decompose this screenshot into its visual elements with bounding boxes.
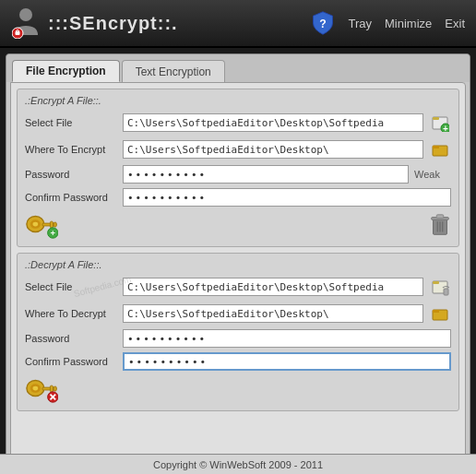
encrypt-confirm-label: Confirm Password [25, 192, 117, 203]
decrypt-where-row: Where To Decrypt [25, 302, 451, 325]
decrypt-where-input[interactable] [123, 304, 423, 323]
svg-point-0 [19, 8, 32, 21]
encrypt-where-label: Where To Encrypt [25, 144, 117, 155]
footer: Copyright © WinWebSoft 2009 - 2011 [0, 454, 476, 474]
encrypt-password-label: Password [25, 169, 117, 180]
decrypt-confirm-row: Confirm Password [25, 352, 451, 371]
svg-rect-14 [50, 221, 53, 228]
svg-rect-26 [444, 289, 448, 295]
svg-text:+: + [51, 228, 56, 238]
shield-icon: ? [310, 10, 336, 36]
decrypt-password-label: Password [25, 333, 117, 344]
file-encryption-panel: .:Encrypt A File::. Select File + Where … [10, 82, 466, 462]
decrypt-section-title: .:Decrypt A File::. [25, 259, 451, 270]
svg-rect-34 [54, 386, 56, 391]
svg-rect-33 [50, 385, 53, 392]
app-icon [11, 8, 41, 38]
decrypt-confirm-input[interactable] [123, 352, 451, 371]
svg-rect-2 [16, 31, 20, 35]
decrypt-select-file-label: Select File [25, 281, 117, 292]
svg-text:?: ? [319, 18, 326, 30]
svg-rect-15 [54, 222, 56, 227]
copyright-text: Copyright © WinWebSoft 2009 - 2011 [153, 459, 323, 470]
encrypt-select-file-button[interactable]: + [429, 112, 451, 134]
encrypt-select-file-label: Select File [25, 117, 117, 128]
minimize-button[interactable]: Minimize [385, 17, 432, 30]
encrypt-where-input[interactable] [123, 140, 423, 159]
decrypt-action-row [25, 375, 451, 403]
tray-button[interactable]: Tray [349, 17, 373, 30]
main-area: File Encryption Text Encryption .:Encryp… [6, 53, 470, 467]
svg-rect-5 [433, 117, 439, 120]
encrypt-where-button[interactable] [429, 138, 451, 160]
decrypt-password-row: Password [25, 329, 451, 348]
decrypt-select-file-row: Select File [25, 276, 451, 298]
decrypt-section: .:Decrypt A File::. Softpedia.com Select… [17, 253, 459, 411]
encrypt-section: .:Encrypt A File::. Select File + Where … [17, 89, 459, 247]
decrypt-select-file-button[interactable] [429, 276, 451, 298]
encrypt-action-row: + [25, 211, 451, 239]
encrypt-confirm-input[interactable] [123, 188, 451, 207]
decrypt-where-label: Where To Decrypt [25, 308, 117, 319]
encrypt-confirm-row: Confirm Password [25, 188, 451, 207]
encrypt-section-title: .:Encrypt A File::. [25, 95, 451, 106]
encrypt-select-file-row: Select File + [25, 112, 451, 134]
encrypt-where-row: Where To Encrypt [25, 138, 451, 160]
svg-text:+: + [443, 124, 448, 132]
app-title: :::SEncrypt::. [48, 13, 310, 34]
decrypt-select-file-input[interactable] [123, 278, 423, 296]
decrypt-key-remove-button[interactable] [25, 375, 58, 403]
encrypt-password-input[interactable] [123, 165, 409, 184]
svg-rect-20 [436, 215, 443, 219]
svg-point-12 [33, 222, 39, 227]
encrypt-trash-button[interactable] [429, 212, 451, 238]
svg-rect-25 [433, 281, 439, 284]
decrypt-confirm-label: Confirm Password [25, 356, 117, 367]
title-controls: ? Tray Minimize Exit [310, 10, 466, 36]
encrypt-key-add-button[interactable]: + [25, 211, 58, 239]
title-bar: :::SEncrypt::. ? Tray Minimize Exit [0, 0, 476, 48]
svg-rect-9 [433, 146, 439, 148]
tab-text-encryption[interactable]: Text Encryption [122, 60, 225, 82]
encrypt-password-strength: Weak [414, 169, 451, 180]
decrypt-where-button[interactable] [429, 302, 451, 325]
tab-bar: File Encryption Text Encryption [6, 54, 470, 82]
decrypt-password-input[interactable] [123, 329, 451, 348]
encrypt-password-row: Password Weak [25, 165, 451, 184]
encrypt-select-file-input[interactable] [123, 113, 423, 132]
svg-rect-28 [433, 310, 439, 313]
exit-button[interactable]: Exit [445, 17, 465, 30]
svg-point-31 [33, 386, 39, 391]
tab-file-encryption[interactable]: File Encryption [12, 60, 120, 82]
